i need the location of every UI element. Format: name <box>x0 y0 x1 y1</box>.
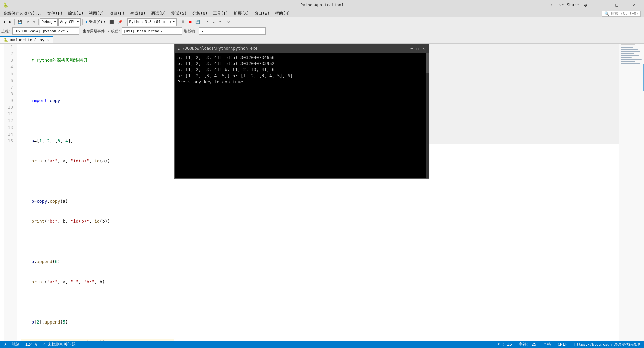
minimap-viewport <box>643 64 644 91</box>
status-lightning[interactable]: ⚡ <box>3 342 8 347</box>
code-line-1: # Python的深拷贝和浅拷贝 <box>21 57 174 64</box>
chevron-down-icon-thread: ▾ <box>161 29 163 33</box>
terminal-close[interactable]: ✕ <box>421 46 426 51</box>
active-tab[interactable]: 🐍 myfunction1.py ✕ <box>0 36 53 43</box>
breakpoint-button[interactable]: ⬛ <box>108 18 116 26</box>
toolbar-undo[interactable]: ↩ <box>25 18 31 26</box>
toolbar: ◀ ▶ 💾 ↩ ↪ Debug ▾ Any CPU ▾ ▶ 继续(C) ▾ ⬛ … <box>0 17 644 27</box>
terminal-controls: ─ □ ✕ <box>409 46 426 51</box>
status-zoom[interactable]: 124 % <box>24 342 39 347</box>
settings-btn[interactable]: ⚙ <box>226 18 231 26</box>
line-num-14: 14 <box>4 131 15 138</box>
terminal-line-5: Press any key to continue . . . <box>177 79 426 85</box>
toolbar-forward[interactable]: ▶ <box>8 18 13 26</box>
terminal-scrollbar[interactable] <box>426 53 429 178</box>
line-num-15: 15 <box>4 138 15 144</box>
minimap-line-5 <box>621 49 638 50</box>
close-button[interactable]: ✕ <box>626 0 641 10</box>
code-line-7 <box>21 178 174 185</box>
menu-test[interactable]: 测试(S) <box>169 10 190 17</box>
separator-4 <box>126 19 126 25</box>
minimap-line-11 <box>621 57 632 58</box>
minimap-line-15 <box>621 63 640 64</box>
live-share-area[interactable]: ⚡ Live Share <box>551 3 579 7</box>
toolbar-back[interactable]: ◀ <box>1 18 7 26</box>
menu-view[interactable]: 视图(V) <box>86 10 107 17</box>
line-num-11: 11 <box>4 111 15 117</box>
menu-extensions[interactable]: 扩展(X) <box>231 10 252 17</box>
python-version-dropdown[interactable]: Python 3.8 (64-bit) ▾ <box>127 18 176 26</box>
line-num-9: 9 <box>4 97 15 104</box>
line-num-7: 7 <box>4 84 15 91</box>
status-encoding[interactable]: CRLF <box>556 342 569 347</box>
search-placeholder[interactable]: 搜索 (Ctrl+Q) <box>611 11 638 16</box>
status-ready[interactable]: 就绪 <box>10 342 21 347</box>
line-num-4: 4 <box>4 64 15 70</box>
chevron-down-icon: ▾ <box>54 20 56 24</box>
step-over[interactable]: ↷ <box>205 18 210 26</box>
chevron-down-icon-continue: ▾ <box>103 20 106 24</box>
terminal-line-2: b: [1, 2, [3, 4]] id(b) 3032040733952 <box>177 61 426 67</box>
menu-help[interactable]: 帮助(H) <box>272 10 293 17</box>
live-share-label[interactable]: Live Share <box>554 3 579 7</box>
breakpoint-gutter <box>0 44 4 341</box>
chevron-down-icon-stack: ▾ <box>202 29 204 33</box>
separator-3 <box>82 19 83 25</box>
cpu-dropdown[interactable]: Any CPU ▾ <box>58 18 81 26</box>
code-editor[interactable]: 1 2 3 4 5 6 7 8 9 10 11 12 13 14 15 # Py… <box>0 44 174 341</box>
menu-advanced-save[interactable]: 高级保存选项(V)... <box>1 10 45 17</box>
process-label: 进程: <box>1 29 11 34</box>
terminal-title: E:\360Downloads\Python\python.exe <box>177 46 257 51</box>
status-row[interactable]: 行: 15 <box>497 342 513 347</box>
stop-btn[interactable]: ■ <box>187 18 193 26</box>
step-into[interactable]: ↓ <box>211 18 217 26</box>
separator-6 <box>203 19 203 25</box>
status-link[interactable]: https://blog.csdn 淡淡源代码管理 <box>573 342 641 347</box>
tab-close-button[interactable]: ✕ <box>46 38 50 42</box>
menu-build[interactable]: 生成(B) <box>127 10 148 17</box>
toolbar-redo[interactable]: ↪ <box>31 18 37 26</box>
code-line-13 <box>21 299 174 305</box>
stack-dropdown[interactable]: ▾ <box>199 27 266 35</box>
settings-icon[interactable]: ⚙ <box>584 2 587 8</box>
toolbar-save[interactable]: 💾 <box>16 18 24 26</box>
status-col[interactable]: 字符: 25 <box>517 342 538 347</box>
terminal-minimize[interactable]: ─ <box>409 46 414 51</box>
thread-dropdown[interactable]: [0x1] MainThread ▾ <box>122 27 182 35</box>
pause-btn[interactable]: ⏸ <box>180 18 187 26</box>
minimize-button[interactable]: ─ <box>592 0 608 10</box>
code-line-9: print("b:", b, "id(b)", id(b)) <box>21 218 174 225</box>
separator-7 <box>224 19 224 25</box>
continue-button[interactable]: ▶ 继续(C) ▾ <box>84 18 107 26</box>
attach-button[interactable]: 📌 <box>116 18 124 26</box>
menu-file[interactable]: 文件(F) <box>45 10 65 17</box>
menu-tools[interactable]: 工具(T) <box>210 10 231 17</box>
separator-5 <box>178 19 178 25</box>
minimap-line-1 <box>621 44 635 45</box>
step-out[interactable]: ↑ <box>217 18 223 26</box>
code-content[interactable]: # Python的深拷贝和浅拷贝 import copy a=[1, 2, [3… <box>17 44 174 341</box>
maximize-button[interactable]: □ <box>609 0 625 10</box>
status-space[interactable]: 全格 <box>542 342 552 347</box>
status-no-error[interactable]: ✓ 未找到相关问题 <box>41 342 77 347</box>
line-num-3: 3 <box>4 57 15 64</box>
chevron-down-icon-cpu: ▾ <box>77 20 79 24</box>
tab-icon: 🐍 <box>3 38 8 42</box>
terminal-scrollbar-thumb[interactable] <box>426 53 429 73</box>
menu-analyze[interactable]: 分析(N) <box>190 10 210 17</box>
menu-project[interactable]: 项目(P) <box>107 10 127 17</box>
line-num-2: 2 <box>4 50 15 57</box>
terminal-maximize[interactable]: □ <box>415 46 420 51</box>
menu-edit[interactable]: 编辑(E) <box>65 10 86 17</box>
menu-window[interactable]: 窗口(W) <box>252 10 272 17</box>
code-line-4 <box>21 117 174 124</box>
restart-btn[interactable]: 🔄 <box>194 18 202 26</box>
title-bar: 🐍 PythonApplication1 ⚡ Live Share ⚙ ─ □ … <box>0 0 644 10</box>
process-dropdown[interactable]: [0x00002454] python.exe ▾ <box>12 27 79 35</box>
lifecycle-events-btn[interactable]: 生命周期事件 <box>81 27 106 35</box>
debug-mode-dropdown[interactable]: Debug ▾ <box>40 18 58 26</box>
menu-debug[interactable]: 调试(D) <box>148 10 169 17</box>
status-bar: ⚡ 就绪 124 % ✓ 未找到相关问题 行: 15 字符: 25 全格 CRL… <box>0 341 644 348</box>
minimap-line-8 <box>621 53 634 54</box>
terminal-window[interactable]: E:\360Downloads\Python\python.exe ─ □ ✕ … <box>174 44 429 179</box>
